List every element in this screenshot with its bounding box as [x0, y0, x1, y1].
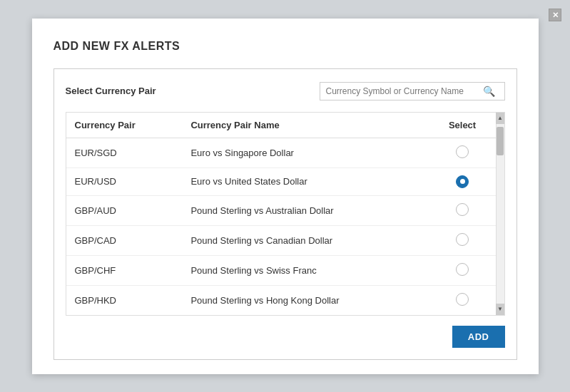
dialog: ADD NEW FX ALERTS Select Currency Pair 🔍…: [32, 19, 539, 374]
cell-name: Pound Sterling vs Australian Dollar: [182, 195, 429, 225]
table-row: EUR/USDEuro vs United States Dollar: [66, 167, 504, 195]
cell-select[interactable]: [429, 285, 496, 315]
dialog-overlay: ✕ ADD NEW FX ALERTS Select Currency Pair…: [0, 0, 570, 392]
search-input[interactable]: [326, 86, 483, 96]
cell-select[interactable]: [429, 255, 496, 285]
radio-button[interactable]: [456, 203, 469, 216]
table-row: GBP/AUDPound Sterling vs Australian Doll…: [66, 195, 504, 225]
cell-name: Pound Sterling vs Swiss Franc: [182, 255, 429, 285]
panel-label: Select Currency Pair: [66, 86, 156, 96]
cell-name: Pound Sterling vs Hong Kong Dollar: [182, 285, 429, 315]
radio-button[interactable]: [456, 233, 469, 246]
cell-select[interactable]: [429, 138, 496, 167]
table-row: GBP/HKDPound Sterling vs Hong Kong Dolla…: [66, 285, 504, 315]
table-row: GBP/CADPound Sterling vs Canadian Dollar: [66, 225, 504, 255]
panel: Select Currency Pair 🔍 Currency Pair Cur…: [54, 68, 517, 360]
scrollbar-arrow-up[interactable]: ▲: [496, 113, 504, 124]
close-button[interactable]: ✕: [549, 9, 561, 21]
cell-select[interactable]: [429, 195, 496, 225]
cell-pair: GBP/AUD: [66, 195, 183, 225]
col-header-pair: Currency Pair: [66, 113, 183, 138]
search-container: 🔍: [320, 82, 505, 100]
table-header-row: Currency Pair Currency Pair Name Select: [66, 113, 504, 138]
search-icon[interactable]: 🔍: [483, 86, 495, 97]
cell-pair: EUR/USD: [66, 167, 183, 195]
footer: ADD: [66, 326, 505, 348]
add-button[interactable]: ADD: [452, 326, 505, 348]
panel-header: Select Currency Pair 🔍: [66, 82, 505, 100]
radio-button[interactable]: [456, 175, 469, 188]
radio-button[interactable]: [456, 263, 469, 276]
scrollbar-thumb[interactable]: [497, 127, 504, 155]
table-row: EUR/SGDEuro vs Singapore Dollar: [66, 138, 504, 167]
table-body: EUR/SGDEuro vs Singapore DollarEUR/USDEu…: [66, 138, 504, 315]
scrollbar-track: ▲ ▼: [496, 113, 504, 315]
cell-name: Euro vs Singapore Dollar: [182, 138, 429, 167]
dialog-title: ADD NEW FX ALERTS: [54, 40, 517, 53]
table-row: GBP/CHFPound Sterling vs Swiss Franc: [66, 255, 504, 285]
cell-pair: GBP/HKD: [66, 285, 183, 315]
radio-button[interactable]: [456, 293, 469, 306]
col-header-name: Currency Pair Name: [182, 113, 429, 138]
currency-table: Currency Pair Currency Pair Name Select …: [66, 113, 504, 315]
cell-pair: GBP/CHF: [66, 255, 183, 285]
cell-select[interactable]: [429, 167, 496, 195]
cell-select[interactable]: [429, 225, 496, 255]
table-container: Currency Pair Currency Pair Name Select …: [66, 112, 505, 316]
cell-pair: GBP/CAD: [66, 225, 183, 255]
radio-button[interactable]: [456, 145, 469, 158]
scrollbar-arrow-down[interactable]: ▼: [496, 304, 504, 315]
cell-name: Euro vs United States Dollar: [182, 167, 429, 195]
cell-pair: EUR/SGD: [66, 138, 183, 167]
col-header-select: Select: [429, 113, 496, 138]
cell-name: Pound Sterling vs Canadian Dollar: [182, 225, 429, 255]
